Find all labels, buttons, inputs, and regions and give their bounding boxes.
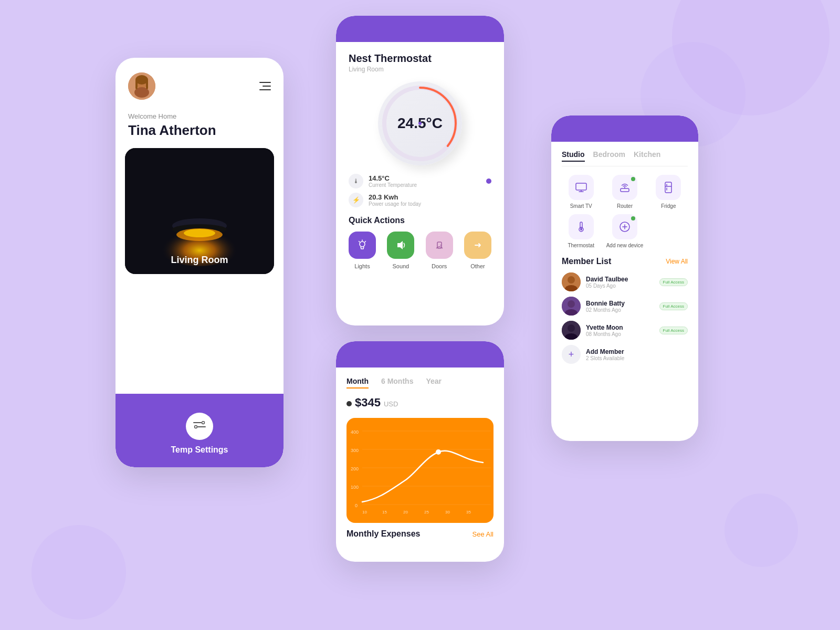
svg-point-19 (360, 242, 365, 247)
avatar-bonnie (562, 297, 581, 316)
access-badge-david: Full Access (659, 278, 688, 286)
phone-top-bar (336, 16, 504, 42)
action-other[interactable]: Other (464, 232, 491, 269)
svg-text:300: 300 (351, 448, 359, 453)
svg-point-59 (568, 276, 575, 284)
svg-rect-12 (193, 422, 202, 423)
svg-point-25 (440, 245, 441, 246)
device-label-thermostat: Thermostat (568, 243, 594, 248)
add-device[interactable]: Add new device (605, 214, 644, 248)
expense-chart: 400 300 200 100 0 10 15 20 25 (346, 418, 494, 523)
member-section: Member List View All David Taulbee (562, 257, 688, 364)
svg-point-11 (184, 229, 215, 237)
power-value: 20.3 Kwh (369, 193, 491, 201)
svg-point-13 (202, 422, 205, 424)
action-sound-label: Sound (392, 263, 409, 269)
svg-line-22 (359, 242, 360, 243)
status-indicator (486, 178, 491, 184)
member-list: David Taulbee 05 Days Ago Full Access (562, 272, 688, 364)
room-label: Living Room (171, 255, 228, 266)
svg-rect-4 (135, 80, 138, 89)
action-other-label: Other (470, 263, 485, 269)
see-all-button[interactable]: See All (472, 530, 494, 538)
thermometer-icon: 🌡 (349, 174, 363, 188)
device-label-fridge: Fridge (661, 203, 676, 209)
member-item-david[interactable]: David Taulbee 05 Days Ago Full Access (562, 272, 688, 291)
device-thermostat[interactable]: Thermostat (562, 214, 600, 248)
add-member-slots: 2 Slots Available (586, 355, 688, 361)
tab-month[interactable]: Month (346, 377, 369, 388)
phone-thermostat: Nest Thermostat Living Room 24.5°C 🌡 14.… (336, 16, 504, 326)
device-fridge[interactable]: Fridge (649, 175, 688, 209)
avatar-yvette (562, 321, 581, 340)
action-doors-label: Doors (432, 263, 447, 269)
thermostat-dial[interactable]: 24.5°C (378, 81, 462, 165)
svg-marker-23 (397, 241, 403, 249)
phone-top-bar (336, 341, 504, 368)
add-member-item[interactable]: + Add Member 2 Slots Available (562, 345, 688, 364)
svg-text:100: 100 (351, 485, 359, 490)
member-name-david: David Taulbee (586, 276, 654, 283)
device-router[interactable]: Router (605, 175, 644, 209)
thermostat-title: Nest Thermostat (349, 52, 491, 65)
svg-point-62 (568, 300, 575, 308)
tab-kitchen[interactable]: Kitchen (634, 150, 660, 162)
member-time-bonnie: 02 Months Ago (586, 307, 654, 313)
action-lights-label: Lights (354, 263, 370, 269)
svg-point-36 (436, 449, 441, 455)
devices-grid: Smart TV Router (562, 175, 688, 248)
member-time-david: 05 Days Ago (586, 283, 654, 289)
tab-year[interactable]: Year (426, 377, 442, 388)
action-doors[interactable]: Doors (426, 232, 453, 269)
member-name-yvette: Yvette Moon (586, 324, 654, 331)
svg-text:200: 200 (351, 466, 359, 471)
device-smart-tv[interactable]: Smart TV (562, 175, 600, 209)
add-member-icon: + (562, 345, 581, 364)
expense-amount: $345 (355, 396, 381, 410)
add-member-label: Add Member (586, 348, 688, 355)
tab-bedroom[interactable]: Bedroom (593, 150, 625, 162)
device-label-smart-tv: Smart TV (570, 203, 592, 209)
svg-text:30: 30 (445, 510, 450, 514)
svg-text:15: 15 (382, 510, 387, 514)
device-label-add: Add new device (606, 243, 644, 248)
tab-studio[interactable]: Studio (562, 150, 585, 162)
power-label: Power usage for today (369, 201, 491, 207)
avatar (128, 72, 155, 100)
access-badge-yvette: Full Access (659, 327, 688, 334)
currency-label: USD (384, 400, 398, 408)
member-time-yvette: 08 Months Ago (586, 331, 654, 337)
svg-text:20: 20 (403, 510, 408, 514)
member-item-yvette[interactable]: Yvette Moon 08 Months Ago Full Access (562, 321, 688, 340)
current-temp-row: 🌡 14.5°C Current Temperature (349, 174, 491, 188)
svg-rect-46 (621, 188, 629, 192)
tab-6months[interactable]: 6 Months (381, 377, 413, 388)
action-lights[interactable]: Lights (349, 232, 376, 269)
svg-text:35: 35 (466, 510, 471, 514)
svg-rect-14 (197, 426, 206, 427)
action-sound[interactable]: Sound (387, 232, 414, 269)
svg-point-18 (418, 122, 422, 125)
settings-button[interactable] (186, 413, 213, 440)
svg-text:25: 25 (424, 510, 429, 514)
svg-text:0: 0 (355, 503, 358, 508)
access-badge-bonnie: Full Access (659, 302, 688, 310)
avatar-david (562, 272, 581, 291)
view-all-button[interactable]: View All (666, 258, 688, 265)
member-name-bonnie: Bonnie Batty (586, 300, 654, 307)
svg-rect-43 (576, 183, 586, 190)
room-tabs: Studio Bedroom Kitchen (562, 150, 688, 166)
time-tabs: Month 6 Months Year (346, 377, 494, 388)
power-icon: ⚡ (349, 193, 363, 207)
phone-home: Welcome Home Tina Atherton Living Room (116, 58, 284, 467)
current-temp-value: 14.5°C (369, 174, 481, 182)
member-item-bonnie[interactable]: Bonnie Batty 02 Months Ago Full Access (562, 297, 688, 316)
svg-point-54 (580, 228, 582, 230)
svg-text:10: 10 (362, 510, 367, 514)
svg-rect-48 (665, 182, 671, 193)
thermostat-location: Living Room (349, 66, 491, 73)
svg-point-65 (568, 324, 575, 332)
phone-top-bar (551, 116, 698, 142)
menu-icon[interactable] (259, 82, 271, 90)
room-image: Living Room (125, 148, 274, 274)
